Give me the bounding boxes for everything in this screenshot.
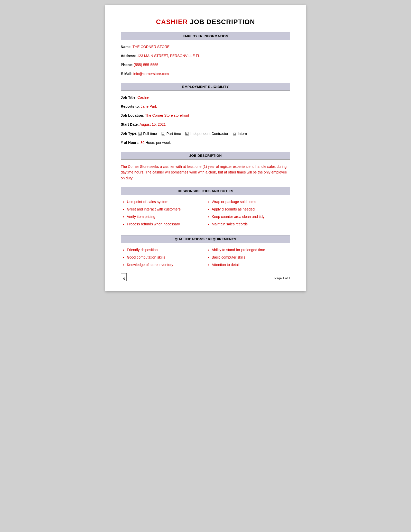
list-item: Greet and interact with customers [127, 207, 206, 212]
title-red: CASHIER [156, 18, 188, 26]
checkbox-fulltime: ☒ [138, 132, 142, 135]
job-title-row: Job Title: Cashier [121, 95, 290, 100]
job-type-parttime: ☐ Part-time [162, 131, 181, 136]
page-footer: Page 1 of 1 [121, 273, 290, 283]
qualifications-left-list: Friendly disposition Good computation sk… [121, 247, 206, 268]
employer-address-label: Address [121, 54, 135, 58]
start-date-row: Start Date: August 15, 2021 [121, 122, 290, 127]
job-title-label: Job Title [121, 95, 135, 99]
job-type-contractor: ☐ Independent Contractor [185, 131, 228, 136]
qualifications-right-list: Ability to stand for prolonged time Basi… [206, 247, 290, 268]
employer-email-label: E-Mail [121, 72, 131, 76]
employer-phone-row: Phone: (555) 555-5555 [121, 62, 290, 68]
page-number: Page 1 of 1 [275, 277, 290, 280]
employer-name-row: Name: THE CORNER STORE [121, 44, 290, 50]
qualifications-section: QUALIFICATIONS / REQUIREMENTS Friendly d… [121, 235, 290, 270]
checkbox-intern: ☐ [233, 132, 236, 135]
checkbox-parttime: ☐ [162, 132, 165, 135]
employer-email-value: info@cornerstore.com [133, 72, 169, 76]
responsibilities-section: RESPONSIBILITIES AND DUTIES Use point-of… [121, 187, 290, 229]
svg-rect-0 [121, 273, 127, 281]
job-location-value: The Corner Store storefront [145, 113, 189, 117]
qualifications-left-column: Friendly disposition Good computation sk… [121, 247, 206, 270]
list-item: Verify item pricing [127, 214, 206, 219]
qualifications-header: QUALIFICATIONS / REQUIREMENTS [121, 235, 290, 243]
list-item: Knowledge of store inventory [127, 262, 206, 268]
list-item: Keep counter area clean and tidy [212, 214, 290, 219]
employer-header: EMPLOYER INFORMATION [121, 32, 290, 40]
title-black: JOB DESCRIPTION [188, 18, 255, 26]
list-item: Ability to stand for prolonged time [212, 247, 290, 253]
job-title-value: Cashier [137, 95, 150, 99]
eligibility-section: EMPLOYMENT ELIGIBILITY Job Title: Cashie… [121, 83, 290, 145]
employer-section: EMPLOYER INFORMATION Name: THE CORNER ST… [121, 32, 290, 77]
employer-email-row: E-Mail: info@cornerstore.com [121, 71, 290, 77]
job-type-row: Job Type: ☒ Full-time ☐ Part-time ☐ Inde… [121, 131, 290, 136]
fulltime-label: Full-time [143, 131, 157, 136]
job-location-row: Job Location: The Corner Store storefron… [121, 113, 290, 118]
reports-to-value: Jane Park [141, 104, 157, 108]
checkbox-contractor: ☐ [185, 132, 189, 135]
job-type-intern: ☐ Intern [233, 131, 247, 136]
list-item: Attention to detail [212, 262, 290, 268]
contractor-label: Independent Contractor [190, 131, 228, 136]
list-item: Good computation skills [127, 255, 206, 260]
responsibilities-left-column: Use point-of-sales system Greet and inte… [121, 199, 206, 229]
responsibilities-header: RESPONSIBILITIES AND DUTIES [121, 187, 290, 195]
page-title: CASHIER JOB DESCRIPTION [121, 18, 290, 26]
list-item: Apply discounts as needed [212, 207, 290, 212]
eligibility-header: EMPLOYMENT ELIGIBILITY [121, 83, 290, 91]
document-icon [121, 273, 128, 283]
employer-info: Name: THE CORNER STORE Address: 123 MAIN… [121, 44, 290, 77]
hours-suffix: Hours per week [145, 141, 171, 145]
qualifications-list: Friendly disposition Good computation sk… [121, 247, 290, 270]
employer-address-row: Address: 123 MAIN STREET, PERSONVILLE FL [121, 53, 290, 59]
list-item: Maintain sales records [212, 222, 290, 227]
responsibilities-right-column: Wrap or package sold items Apply discoun… [206, 199, 290, 229]
document-page: CASHIER JOB DESCRIPTION EMPLOYER INFORMA… [105, 5, 306, 291]
employer-address-value: 123 MAIN STREET, PERSONVILLE FL [137, 54, 200, 58]
employer-name-label: Name [121, 45, 130, 49]
eligibility-info: Job Title: Cashier Reports to: Jane Park… [121, 95, 290, 145]
start-date-label: Start Date [121, 122, 138, 126]
job-location-label: Job Location [121, 113, 143, 117]
job-description-section: JOB DESCRIPTION The Corner Store seeks a… [121, 152, 290, 181]
hours-value: 30 [141, 141, 145, 145]
employer-phone-label: Phone [121, 63, 132, 67]
employer-phone-value: (555) 555-5555 [134, 63, 158, 67]
job-type-fulltime: ☒ Full-time [138, 131, 157, 136]
start-date-value: August 15, 2021 [139, 122, 166, 126]
qualifications-right-column: Ability to stand for prolonged time Basi… [206, 247, 290, 270]
list-item: Process refunds when necessary [127, 222, 206, 227]
responsibilities-right-list: Wrap or package sold items Apply discoun… [206, 199, 290, 227]
list-item: Use point-of-sales system [127, 199, 206, 205]
responsibilities-left-list: Use point-of-sales system Greet and inte… [121, 199, 206, 227]
hours-label: # of Hours [121, 141, 138, 145]
list-item: Friendly disposition [127, 247, 206, 253]
employer-name-value: THE CORNER STORE [133, 45, 170, 49]
list-item: Wrap or package sold items [212, 199, 290, 205]
parttime-label: Part-time [166, 131, 181, 136]
hours-row: # of Hours: 30 Hours per week [121, 140, 290, 145]
list-item: Basic computer skills [212, 255, 290, 260]
responsibilities-list: Use point-of-sales system Greet and inte… [121, 199, 290, 229]
job-type-label: Job Type [121, 131, 136, 135]
job-description-text: The Corner Store seeks a cashier with at… [121, 164, 290, 181]
reports-to-label: Reports to [121, 104, 139, 108]
job-description-header: JOB DESCRIPTION [121, 152, 290, 160]
reports-to-row: Reports to: Jane Park [121, 104, 290, 109]
intern-label: Intern [238, 131, 247, 136]
